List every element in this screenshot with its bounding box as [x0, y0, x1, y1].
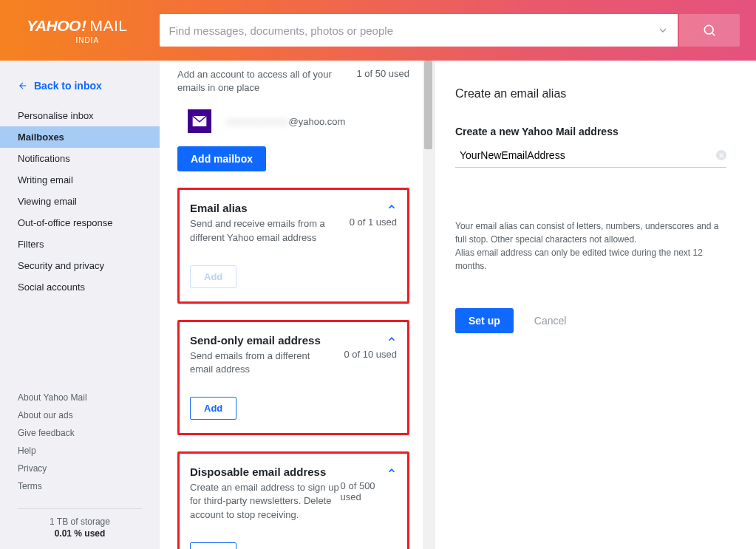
nav-personalise-inbox[interactable]: Personalise inbox — [0, 105, 160, 126]
nav-filters[interactable]: Filters — [0, 233, 160, 255]
app-header: YAHOO ! MAIL INDIA — [0, 0, 756, 61]
search-icon — [702, 23, 717, 38]
link-terms[interactable]: Terms — [18, 477, 160, 495]
scrollbar-thumb[interactable] — [424, 61, 432, 149]
create-alias-panel: Create an email alias Create a new Yahoo… — [435, 61, 756, 549]
send-only-count: 0 of 10 used — [344, 349, 397, 360]
storage-used: 0.01 % used — [0, 528, 160, 539]
disposable-desc: Create an email address to sign up for t… — [190, 481, 341, 522]
send-only-section: Send-only email address Send emails from… — [177, 320, 409, 435]
alias-help-line1: Your email alias can consist of letters,… — [455, 219, 726, 246]
create-alias-subtitle: Create a new Yahoo Mail address — [455, 126, 726, 137]
send-only-desc: Send emails from a different email addre… — [190, 349, 330, 376]
back-to-inbox-link[interactable]: Back to inbox — [0, 77, 160, 105]
logo-brand-text: YAHOO — [27, 17, 81, 35]
logo-region-text: INDIA — [75, 36, 99, 44]
search-input[interactable] — [168, 24, 657, 37]
email-alias-title: Email alias — [190, 202, 330, 214]
back-to-inbox-label: Back to inbox — [34, 80, 102, 92]
alias-input-wrap[interactable]: ✕ — [455, 145, 726, 168]
storage-total: 1 TB of storage — [0, 516, 160, 527]
nav-mailboxes[interactable]: Mailboxes — [0, 126, 160, 148]
link-give-feedback[interactable]: Give feedback — [18, 424, 160, 442]
alias-input[interactable] — [460, 149, 716, 161]
storage-info: 1 TB of storage 0.01 % used — [0, 516, 160, 549]
settings-sidebar: Back to inbox Personalise inbox Mailboxe… — [0, 61, 160, 549]
svg-line-1 — [712, 33, 715, 36]
yahoo-mail-logo[interactable]: YAHOO ! MAIL INDIA — [27, 17, 127, 44]
clear-input-icon[interactable]: ✕ — [716, 150, 726, 160]
mailbox-list-count: 1 of 50 used — [356, 68, 409, 79]
mailbox-account-email: xxxxxxxxxxxxx@yahoo.com — [226, 116, 345, 127]
chevron-up-icon[interactable] — [386, 334, 397, 344]
send-only-title: Send-only email address — [190, 334, 330, 347]
nav-notifications[interactable]: Notifications — [0, 148, 160, 169]
svg-point-0 — [704, 25, 713, 34]
disposable-count: 0 of 500 used — [341, 480, 397, 502]
email-alias-section: Email alias Send and receive emails from… — [177, 188, 409, 303]
send-only-add-button[interactable]: Add — [190, 397, 236, 420]
nav-viewing-email[interactable]: Viewing email — [0, 191, 160, 212]
search-button[interactable] — [679, 14, 740, 47]
settings-nav: Personalise inbox Mailboxes Notification… — [0, 105, 160, 298]
sidebar-divider — [18, 508, 142, 509]
link-about-our-ads[interactable]: About our ads — [18, 406, 160, 424]
logo-mail-text: MAIL — [89, 17, 127, 35]
email-alias-add-button: Add — [190, 265, 236, 288]
logo-exclamation: ! — [81, 17, 87, 35]
search-bar — [160, 14, 740, 47]
mailbox-list-desc: Add an account to access all of your ema… — [177, 68, 333, 95]
create-alias-title: Create an email alias — [455, 87, 726, 100]
nav-social-accounts[interactable]: Social accounts — [0, 276, 160, 298]
link-privacy[interactable]: Privacy — [18, 460, 160, 477]
nav-writing-email[interactable]: Writing email — [0, 169, 160, 191]
alias-help-line2: Alias email address can only be edited t… — [455, 246, 726, 273]
email-alias-desc: Send and receive emails from a different… — [190, 217, 330, 244]
nav-security-privacy[interactable]: Security and privacy — [0, 255, 160, 276]
mail-icon — [188, 109, 211, 133]
email-alias-count: 0 of 1 used — [350, 216, 397, 228]
disposable-title: Disposable email address — [190, 466, 341, 478]
cancel-link[interactable]: Cancel — [534, 315, 567, 327]
disposable-add-button[interactable]: Add — [190, 542, 236, 549]
chevron-up-icon[interactable] — [386, 202, 397, 212]
arrow-left-icon — [18, 81, 28, 91]
search-input-wrap[interactable] — [160, 14, 678, 47]
mailboxes-panel: Add an account to access all of your ema… — [160, 61, 435, 549]
chevron-up-icon[interactable] — [386, 466, 397, 476]
scrollbar-track[interactable] — [423, 61, 434, 549]
disposable-section: Disposable email address Create an email… — [177, 451, 409, 549]
link-about-yahoo-mail[interactable]: About Yahoo Mail — [18, 389, 160, 406]
setup-button[interactable]: Set up — [455, 308, 514, 333]
link-help[interactable]: Help — [18, 442, 160, 460]
nav-out-of-office[interactable]: Out-of-office response — [0, 212, 160, 233]
sidebar-footer-links: About Yahoo Mail About our ads Give feed… — [0, 389, 160, 505]
alias-help-text: Your email alias can consist of letters,… — [455, 219, 726, 273]
chevron-down-icon[interactable] — [657, 24, 669, 36]
add-mailbox-button[interactable]: Add mailbox — [177, 146, 266, 171]
mailbox-account-row[interactable]: xxxxxxxxxxxxx@yahoo.com — [188, 109, 409, 133]
